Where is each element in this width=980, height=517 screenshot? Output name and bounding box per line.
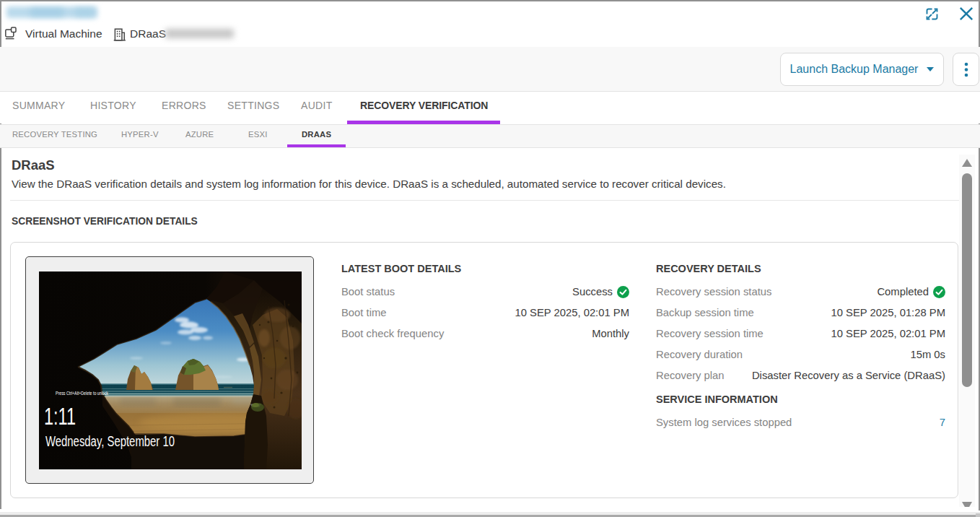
svg-text:Press Ctrl+Alt+Delete to unloc: Press Ctrl+Alt+Delete to unlock (56, 391, 109, 396)
svg-text:1:11: 1:11 (44, 403, 76, 430)
svg-text:Wednesday, September 10: Wednesday, September 10 (45, 433, 175, 449)
